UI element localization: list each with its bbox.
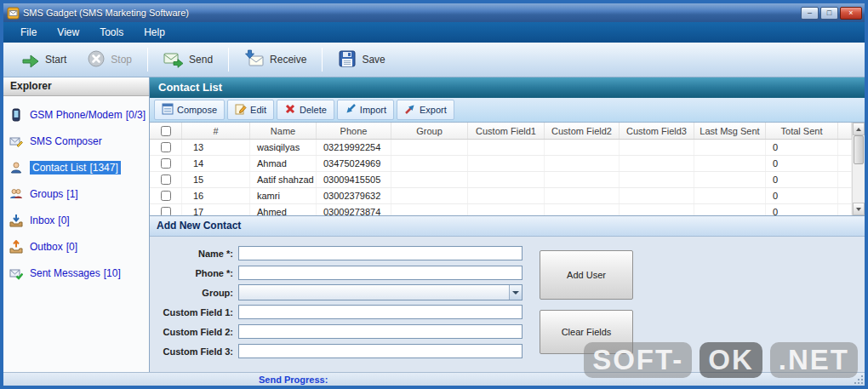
cell-phone: 03009273874 bbox=[317, 204, 391, 215]
stop-icon bbox=[87, 49, 106, 71]
column-header-custom1[interactable]: Custom Field1 bbox=[468, 123, 545, 139]
sidebar-item-label: GSM Phone/Modem bbox=[30, 109, 123, 121]
column-header-custom2[interactable]: Custom Field2 bbox=[545, 123, 620, 139]
menubar: File View Tools Help bbox=[3, 22, 865, 43]
scroll-down-button[interactable] bbox=[853, 203, 865, 215]
sidebar-item-sms-composer[interactable]: SMS Composer bbox=[3, 128, 149, 154]
column-header-last-msg-sent[interactable]: Last Msg Sent bbox=[694, 123, 766, 139]
row-checkbox[interactable] bbox=[161, 191, 171, 201]
contact-actionbar: Compose Edit Delete Import Export bbox=[150, 98, 865, 123]
stop-button[interactable]: Stop bbox=[77, 45, 141, 75]
cell-custom3 bbox=[620, 204, 694, 215]
select-all-column-header[interactable] bbox=[150, 123, 182, 139]
sidebar-item-groups[interactable]: Groups[1] bbox=[3, 180, 149, 207]
scroll-up-button[interactable] bbox=[853, 123, 865, 135]
start-icon bbox=[21, 49, 40, 71]
column-header-num[interactable]: # bbox=[182, 123, 250, 139]
compose-envelope-icon bbox=[9, 134, 24, 148]
cell-filler bbox=[838, 140, 852, 155]
window-title: SMS Gadget (SMS Marketing Software) bbox=[23, 8, 797, 18]
row-checkbox[interactable] bbox=[161, 142, 171, 152]
cell-num: 16 bbox=[182, 188, 250, 203]
cell-last-msg-sent bbox=[694, 172, 766, 187]
import-label: Import bbox=[360, 105, 386, 115]
cell-group bbox=[391, 204, 468, 215]
column-header-phone[interactable]: Phone bbox=[317, 123, 391, 139]
cell-total-sent: 0 bbox=[766, 156, 838, 171]
group-select[interactable] bbox=[238, 284, 523, 300]
cell-last-msg-sent bbox=[694, 156, 766, 171]
row-checkbox[interactable] bbox=[161, 207, 171, 215]
cell-filler bbox=[838, 156, 852, 171]
add-user-button[interactable]: Add User bbox=[540, 250, 633, 300]
save-icon bbox=[338, 49, 357, 71]
phone-field[interactable] bbox=[238, 266, 523, 280]
close-button[interactable]: × bbox=[840, 7, 862, 20]
clear-fields-button[interactable]: Clear Fields bbox=[540, 310, 633, 354]
content: Explorer GSM Phone/Modem[0/3] SMS Compos… bbox=[3, 77, 865, 372]
import-button[interactable]: Import bbox=[337, 100, 394, 120]
menu-help[interactable]: Help bbox=[134, 22, 175, 43]
sidebar-item-count: [1347] bbox=[89, 162, 117, 174]
cell-custom2 bbox=[545, 156, 620, 171]
cell-num: 17 bbox=[182, 204, 250, 215]
table-row[interactable]: 17 Ahmed 03009273874 0 bbox=[150, 204, 852, 215]
menu-file[interactable]: File bbox=[10, 22, 47, 43]
sidebar-item-label: Outbox bbox=[30, 241, 63, 253]
cell-custom3 bbox=[620, 156, 694, 171]
compose-button[interactable]: Compose bbox=[154, 100, 225, 120]
table-row[interactable]: 14 Ahmad 03475024969 0 bbox=[150, 156, 852, 172]
sidebar-item-contact-list[interactable]: Contact List[1347] bbox=[3, 154, 149, 180]
edit-button[interactable]: Edit bbox=[227, 100, 274, 120]
cell-custom3 bbox=[620, 140, 694, 155]
contact-list-header: Contact List bbox=[150, 77, 865, 98]
cell-group bbox=[391, 140, 468, 155]
menu-view[interactable]: View bbox=[47, 22, 89, 43]
save-button[interactable]: Save bbox=[328, 45, 394, 75]
sidebar-item-outbox[interactable]: Outbox[0] bbox=[3, 233, 149, 260]
column-header-total-sent[interactable]: Total Sent bbox=[766, 123, 838, 139]
menu-tools[interactable]: Tools bbox=[89, 22, 134, 43]
name-field[interactable] bbox=[238, 246, 523, 260]
send-button[interactable]: Send bbox=[154, 45, 222, 75]
sidebar-item-inbox[interactable]: Inbox[0] bbox=[3, 207, 149, 233]
status-bar: Send Progress: bbox=[3, 372, 865, 386]
start-button[interactable]: Start bbox=[12, 45, 76, 75]
main-panel: Contact List Compose Edit Delete Impor bbox=[150, 77, 865, 372]
column-header-group[interactable]: Group bbox=[391, 123, 468, 139]
column-header-custom3[interactable]: Custom Field3 bbox=[620, 123, 694, 139]
delete-label: Delete bbox=[300, 105, 327, 115]
add-new-contact-header: Add New Contact bbox=[150, 216, 865, 237]
sidebar-item-count: [0] bbox=[58, 215, 69, 226]
cell-group bbox=[391, 172, 468, 187]
custom-field-3-input[interactable] bbox=[238, 344, 523, 358]
row-checkbox[interactable] bbox=[161, 158, 171, 169]
resize-grip-icon[interactable] bbox=[854, 375, 865, 386]
custom-field-2-input[interactable] bbox=[238, 324, 523, 339]
column-header-name[interactable]: Name bbox=[250, 123, 317, 139]
sidebar-item-gsm-phone-modem[interactable]: GSM Phone/Modem[0/3] bbox=[3, 101, 149, 128]
custom-field-1-input[interactable] bbox=[238, 305, 523, 319]
scroll-thumb[interactable] bbox=[854, 135, 864, 164]
sidebar-item-sent-messages[interactable]: Sent Messages[10] bbox=[3, 260, 149, 286]
compose-label: Compose bbox=[177, 105, 217, 115]
edit-label: Edit bbox=[250, 105, 266, 115]
minimize-button[interactable]: – bbox=[801, 7, 819, 20]
table-row[interactable]: 16 kamri 03002379632 0 bbox=[150, 188, 852, 204]
cell-name: Ahmed bbox=[250, 204, 317, 215]
select-all-checkbox[interactable] bbox=[161, 126, 171, 136]
window-controls: – □ × bbox=[801, 7, 862, 20]
table-row[interactable]: 13 wasiqilyas 03219992254 0 bbox=[150, 140, 852, 156]
delete-button[interactable]: Delete bbox=[277, 100, 334, 120]
maximize-button[interactable]: □ bbox=[820, 7, 838, 20]
cell-name: Aatif shahzad bbox=[250, 172, 317, 187]
receive-button[interactable]: Receive bbox=[235, 45, 316, 75]
row-checkbox[interactable] bbox=[161, 174, 171, 185]
scroll-track[interactable] bbox=[853, 135, 865, 203]
sidebar-item-count: [10] bbox=[104, 267, 121, 279]
cell-total-sent: 0 bbox=[766, 204, 838, 215]
group-select-arrow-button[interactable] bbox=[509, 285, 522, 300]
export-button[interactable]: Export bbox=[397, 100, 454, 120]
groups-icon bbox=[9, 187, 24, 201]
table-row[interactable]: 15 Aatif shahzad 03009415505 0 bbox=[150, 172, 852, 188]
